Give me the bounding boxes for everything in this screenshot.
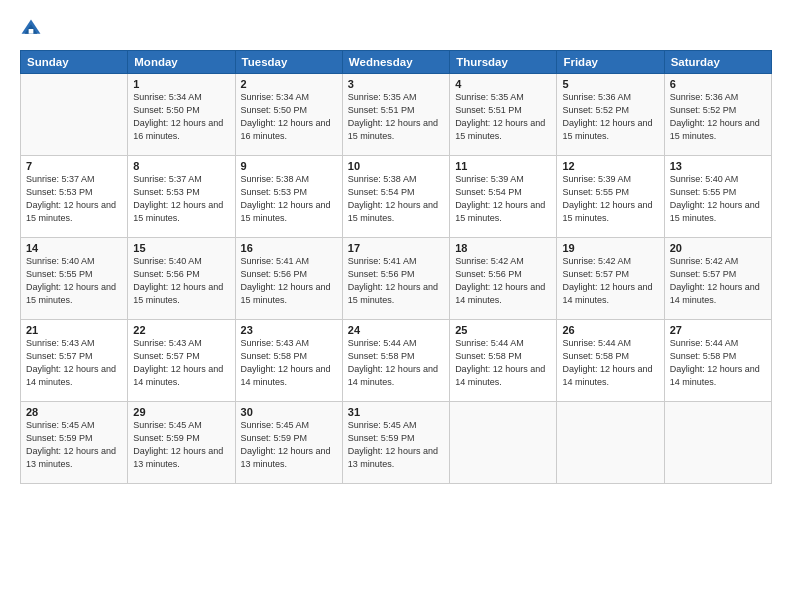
calendar-cell: 17Sunrise: 5:41 AMSunset: 5:56 PMDayligh… — [342, 238, 449, 320]
calendar-cell: 27Sunrise: 5:44 AMSunset: 5:58 PMDayligh… — [664, 320, 771, 402]
day-number: 3 — [348, 78, 444, 90]
day-number: 9 — [241, 160, 337, 172]
day-number: 30 — [241, 406, 337, 418]
calendar-cell: 14Sunrise: 5:40 AMSunset: 5:55 PMDayligh… — [21, 238, 128, 320]
week-row-0: 1Sunrise: 5:34 AMSunset: 5:50 PMDaylight… — [21, 74, 772, 156]
day-info: Sunrise: 5:37 AMSunset: 5:53 PMDaylight:… — [133, 173, 229, 225]
calendar-cell: 21Sunrise: 5:43 AMSunset: 5:57 PMDayligh… — [21, 320, 128, 402]
day-info: Sunrise: 5:40 AMSunset: 5:56 PMDaylight:… — [133, 255, 229, 307]
calendar-cell — [664, 402, 771, 484]
day-number: 31 — [348, 406, 444, 418]
weekday-header-monday: Monday — [128, 51, 235, 74]
header-row: SundayMondayTuesdayWednesdayThursdayFrid… — [21, 51, 772, 74]
calendar-cell: 19Sunrise: 5:42 AMSunset: 5:57 PMDayligh… — [557, 238, 664, 320]
day-info: Sunrise: 5:35 AMSunset: 5:51 PMDaylight:… — [455, 91, 551, 143]
calendar-cell: 10Sunrise: 5:38 AMSunset: 5:54 PMDayligh… — [342, 156, 449, 238]
day-info: Sunrise: 5:45 AMSunset: 5:59 PMDaylight:… — [26, 419, 122, 471]
logo-icon — [20, 18, 42, 40]
day-number: 25 — [455, 324, 551, 336]
day-info: Sunrise: 5:38 AMSunset: 5:54 PMDaylight:… — [348, 173, 444, 225]
day-info: Sunrise: 5:36 AMSunset: 5:52 PMDaylight:… — [670, 91, 766, 143]
logo — [20, 18, 46, 40]
week-row-3: 21Sunrise: 5:43 AMSunset: 5:57 PMDayligh… — [21, 320, 772, 402]
svg-rect-2 — [29, 29, 34, 34]
day-info: Sunrise: 5:35 AMSunset: 5:51 PMDaylight:… — [348, 91, 444, 143]
day-info: Sunrise: 5:43 AMSunset: 5:57 PMDaylight:… — [26, 337, 122, 389]
calendar-cell: 25Sunrise: 5:44 AMSunset: 5:58 PMDayligh… — [450, 320, 557, 402]
day-info: Sunrise: 5:34 AMSunset: 5:50 PMDaylight:… — [241, 91, 337, 143]
calendar-cell: 26Sunrise: 5:44 AMSunset: 5:58 PMDayligh… — [557, 320, 664, 402]
weekday-header-wednesday: Wednesday — [342, 51, 449, 74]
calendar-cell — [450, 402, 557, 484]
day-info: Sunrise: 5:45 AMSunset: 5:59 PMDaylight:… — [348, 419, 444, 471]
calendar-cell: 15Sunrise: 5:40 AMSunset: 5:56 PMDayligh… — [128, 238, 235, 320]
day-number: 8 — [133, 160, 229, 172]
day-number: 16 — [241, 242, 337, 254]
day-number: 21 — [26, 324, 122, 336]
weekday-header-sunday: Sunday — [21, 51, 128, 74]
day-info: Sunrise: 5:42 AMSunset: 5:57 PMDaylight:… — [670, 255, 766, 307]
day-number: 12 — [562, 160, 658, 172]
day-number: 7 — [26, 160, 122, 172]
week-row-1: 7Sunrise: 5:37 AMSunset: 5:53 PMDaylight… — [21, 156, 772, 238]
calendar-cell: 13Sunrise: 5:40 AMSunset: 5:55 PMDayligh… — [664, 156, 771, 238]
calendar-cell: 9Sunrise: 5:38 AMSunset: 5:53 PMDaylight… — [235, 156, 342, 238]
day-number: 22 — [133, 324, 229, 336]
calendar-cell: 31Sunrise: 5:45 AMSunset: 5:59 PMDayligh… — [342, 402, 449, 484]
day-number: 14 — [26, 242, 122, 254]
calendar-cell: 2Sunrise: 5:34 AMSunset: 5:50 PMDaylight… — [235, 74, 342, 156]
weekday-header-thursday: Thursday — [450, 51, 557, 74]
day-number: 20 — [670, 242, 766, 254]
day-info: Sunrise: 5:42 AMSunset: 5:57 PMDaylight:… — [562, 255, 658, 307]
day-number: 11 — [455, 160, 551, 172]
day-number: 28 — [26, 406, 122, 418]
day-number: 6 — [670, 78, 766, 90]
page: SundayMondayTuesdayWednesdayThursdayFrid… — [0, 0, 792, 612]
day-number: 5 — [562, 78, 658, 90]
day-number: 26 — [562, 324, 658, 336]
calendar-cell — [557, 402, 664, 484]
day-info: Sunrise: 5:45 AMSunset: 5:59 PMDaylight:… — [241, 419, 337, 471]
day-info: Sunrise: 5:39 AMSunset: 5:55 PMDaylight:… — [562, 173, 658, 225]
day-number: 19 — [562, 242, 658, 254]
day-number: 29 — [133, 406, 229, 418]
day-number: 10 — [348, 160, 444, 172]
day-info: Sunrise: 5:44 AMSunset: 5:58 PMDaylight:… — [670, 337, 766, 389]
calendar-cell: 3Sunrise: 5:35 AMSunset: 5:51 PMDaylight… — [342, 74, 449, 156]
calendar-table: SundayMondayTuesdayWednesdayThursdayFrid… — [20, 50, 772, 484]
calendar-cell: 4Sunrise: 5:35 AMSunset: 5:51 PMDaylight… — [450, 74, 557, 156]
calendar-cell: 8Sunrise: 5:37 AMSunset: 5:53 PMDaylight… — [128, 156, 235, 238]
calendar-cell: 1Sunrise: 5:34 AMSunset: 5:50 PMDaylight… — [128, 74, 235, 156]
day-info: Sunrise: 5:44 AMSunset: 5:58 PMDaylight:… — [348, 337, 444, 389]
week-row-4: 28Sunrise: 5:45 AMSunset: 5:59 PMDayligh… — [21, 402, 772, 484]
day-number: 4 — [455, 78, 551, 90]
calendar-cell: 6Sunrise: 5:36 AMSunset: 5:52 PMDaylight… — [664, 74, 771, 156]
calendar-cell: 20Sunrise: 5:42 AMSunset: 5:57 PMDayligh… — [664, 238, 771, 320]
calendar-cell: 11Sunrise: 5:39 AMSunset: 5:54 PMDayligh… — [450, 156, 557, 238]
day-info: Sunrise: 5:40 AMSunset: 5:55 PMDaylight:… — [26, 255, 122, 307]
day-info: Sunrise: 5:45 AMSunset: 5:59 PMDaylight:… — [133, 419, 229, 471]
calendar-cell: 24Sunrise: 5:44 AMSunset: 5:58 PMDayligh… — [342, 320, 449, 402]
calendar-cell: 28Sunrise: 5:45 AMSunset: 5:59 PMDayligh… — [21, 402, 128, 484]
day-number: 17 — [348, 242, 444, 254]
calendar-cell: 23Sunrise: 5:43 AMSunset: 5:58 PMDayligh… — [235, 320, 342, 402]
calendar-cell: 22Sunrise: 5:43 AMSunset: 5:57 PMDayligh… — [128, 320, 235, 402]
calendar-cell: 7Sunrise: 5:37 AMSunset: 5:53 PMDaylight… — [21, 156, 128, 238]
day-number: 13 — [670, 160, 766, 172]
day-number: 15 — [133, 242, 229, 254]
weekday-header-friday: Friday — [557, 51, 664, 74]
day-number: 23 — [241, 324, 337, 336]
day-info: Sunrise: 5:41 AMSunset: 5:56 PMDaylight:… — [241, 255, 337, 307]
day-info: Sunrise: 5:34 AMSunset: 5:50 PMDaylight:… — [133, 91, 229, 143]
calendar-cell: 16Sunrise: 5:41 AMSunset: 5:56 PMDayligh… — [235, 238, 342, 320]
day-info: Sunrise: 5:40 AMSunset: 5:55 PMDaylight:… — [670, 173, 766, 225]
weekday-header-tuesday: Tuesday — [235, 51, 342, 74]
week-row-2: 14Sunrise: 5:40 AMSunset: 5:55 PMDayligh… — [21, 238, 772, 320]
day-number: 18 — [455, 242, 551, 254]
calendar-cell: 29Sunrise: 5:45 AMSunset: 5:59 PMDayligh… — [128, 402, 235, 484]
day-number: 24 — [348, 324, 444, 336]
day-info: Sunrise: 5:37 AMSunset: 5:53 PMDaylight:… — [26, 173, 122, 225]
day-info: Sunrise: 5:38 AMSunset: 5:53 PMDaylight:… — [241, 173, 337, 225]
day-info: Sunrise: 5:44 AMSunset: 5:58 PMDaylight:… — [562, 337, 658, 389]
calendar-cell: 5Sunrise: 5:36 AMSunset: 5:52 PMDaylight… — [557, 74, 664, 156]
